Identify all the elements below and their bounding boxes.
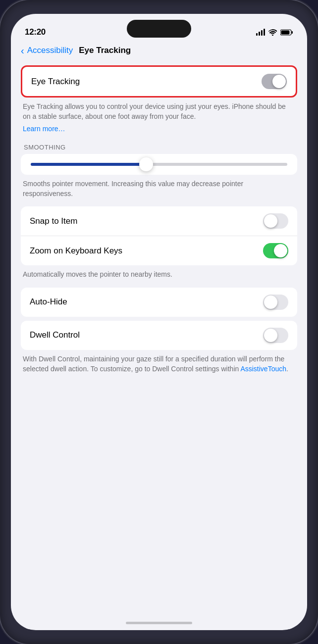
nav-header: ‹ Accessibility Eye Tracking <box>11 43 307 61</box>
svg-rect-2 <box>281 30 290 34</box>
zoom-keyboard-label: Zoom on Keyboard Keys <box>30 246 122 256</box>
assistive-touch-link[interactable]: AssistiveTouch <box>240 365 286 373</box>
wifi-icon <box>268 29 277 36</box>
smoothing-section-label: SMOOTHING <box>24 144 297 151</box>
back-button[interactable]: ‹ Accessibility <box>21 46 73 55</box>
eye-tracking-description: Eye Tracking allows you to control your … <box>23 101 295 122</box>
signal-icon <box>256 29 265 36</box>
smoothing-slider-thumb[interactable] <box>139 157 153 171</box>
auto-hide-row: Auto-Hide <box>21 288 297 317</box>
zoom-keyboard-knob <box>274 244 287 257</box>
auto-hide-toggle[interactable] <box>263 295 288 310</box>
smoothing-slider-track[interactable] <box>31 163 287 166</box>
dwell-control-card: Dwell Control <box>21 321 297 350</box>
snap-to-item-knob <box>264 214 277 228</box>
phone-frame: 12:20 <box>0 0 318 644</box>
learn-more-link[interactable]: Learn more… <box>23 124 295 134</box>
status-time: 12:20 <box>25 27 46 37</box>
status-icons <box>256 29 293 36</box>
smoothing-description: Smooths pointer movement. Increasing thi… <box>23 179 295 199</box>
eye-tracking-knob <box>272 75 286 88</box>
auto-hide-card: Auto-Hide <box>21 288 297 317</box>
content-area: Eye Tracking Eye Tracking allows you to … <box>11 61 307 618</box>
svg-rect-1 <box>292 31 293 34</box>
dwell-control-label: Dwell Control <box>30 330 80 340</box>
battery-icon <box>280 29 293 36</box>
phone-screen: 12:20 <box>11 14 307 630</box>
home-indicator[interactable] <box>126 622 192 624</box>
dwell-control-description: With Dwell Control, maintaining your gaz… <box>23 354 295 374</box>
eye-tracking-toggle[interactable] <box>262 74 287 89</box>
snap-to-item-row: Snap to Item <box>21 206 297 236</box>
eye-tracking-label: Eye Tracking <box>31 77 80 87</box>
zoom-keyboard-row: Zoom on Keyboard Keys <box>21 236 297 265</box>
page-title: Eye Tracking <box>79 46 131 55</box>
zoom-keyboard-toggle[interactable] <box>263 243 288 258</box>
eye-tracking-row: Eye Tracking <box>22 67 296 96</box>
snap-description: Automatically moves the pointer to nearb… <box>23 269 295 279</box>
back-chevron-icon: ‹ <box>21 46 24 55</box>
auto-hide-label: Auto-Hide <box>30 297 67 307</box>
back-label[interactable]: Accessibility <box>27 46 73 55</box>
dwell-control-row: Dwell Control <box>21 321 297 350</box>
smoothing-slider-card <box>21 154 297 175</box>
dwell-control-toggle[interactable] <box>263 328 288 343</box>
auto-hide-knob <box>264 296 277 309</box>
smoothing-slider-fill <box>31 163 146 166</box>
snap-to-item-toggle[interactable] <box>263 213 288 229</box>
dwell-control-knob <box>264 329 277 342</box>
snap-to-item-label: Snap to Item <box>30 216 77 226</box>
snap-zoom-card: Snap to Item Zoom on Keyboard Keys <box>21 206 297 265</box>
dynamic-island <box>127 20 191 38</box>
eye-tracking-card: Eye Tracking <box>21 65 297 98</box>
